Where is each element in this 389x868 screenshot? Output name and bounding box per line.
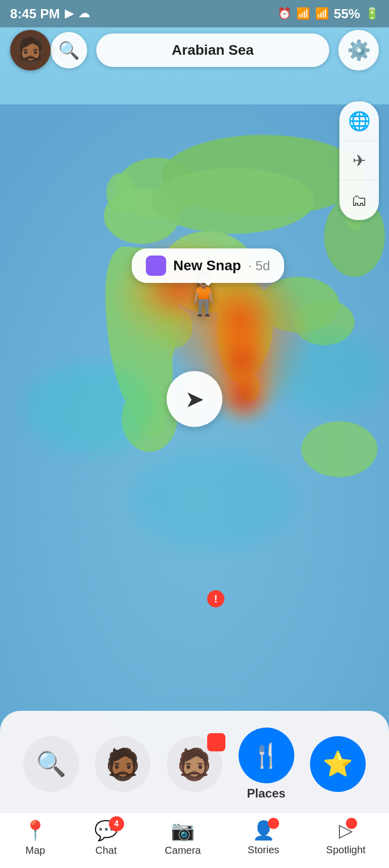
avatar1-icon: 🧔🏾 — [104, 746, 142, 782]
svg-point-23 — [25, 363, 157, 454]
svg-point-24 — [274, 333, 385, 414]
svg-point-6 — [152, 168, 314, 234]
snap-icon-box — [146, 256, 166, 276]
star-circle: ⭐ — [310, 736, 366, 792]
bottom-avatar1-button[interactable]: 🧔🏾 — [95, 736, 150, 792]
snap-time: · 5d — [248, 258, 270, 274]
spotlight-nav-label: Spotlight — [326, 844, 366, 856]
wifi-icon: 📶 — [296, 7, 310, 20]
nav-stories[interactable]: 👤 Stories — [248, 820, 279, 856]
location-pill[interactable]: Arabian Sea — [96, 33, 329, 67]
avatar2-icon: 🧔🏽 — [175, 746, 213, 782]
nav-map[interactable]: 📍 Map — [23, 819, 47, 856]
location-arrow-icon: ➤ — [185, 385, 205, 413]
battery-label: 55% — [334, 6, 360, 22]
svg-rect-0 — [0, 104, 389, 764]
avatar2-badge — [207, 733, 225, 751]
stories-nav-label: Stories — [248, 844, 279, 856]
globe-icon: 🌐 — [348, 111, 371, 132]
right-panel: 🌐 ✈ 🗂 — [339, 101, 379, 220]
svg-point-5 — [162, 135, 365, 216]
camera-nav-icon: 📷 — [171, 819, 194, 842]
camera-nav-label: Camera — [165, 845, 201, 856]
status-right: ⏰ 📶 📶 55% 🔋 — [278, 6, 379, 22]
search-icon: 🔍 — [58, 40, 80, 60]
chat-nav-label: Chat — [95, 845, 116, 856]
bottom-star-button[interactable]: ⭐ — [310, 736, 366, 792]
signal-icon: 📶 — [315, 7, 329, 20]
location-btn-container: ➤ ! — [167, 594, 222, 650]
location-button-wrap: ➤ ! — [167, 594, 222, 650]
youtube-icon: ▶ — [65, 7, 73, 20]
search-circle-icon: 🔍 — [36, 750, 66, 778]
avatar2-circle: 🧔🏽 — [167, 736, 222, 792]
settings-button[interactable]: ⚙️ — [338, 30, 379, 70]
nav-bar: 📍 Map 💬 4 Chat 📷 Camera 👤 Stories ▷ Spot… — [0, 812, 389, 868]
bottom-search-button[interactable]: 🔍 — [23, 736, 79, 792]
status-left: 8:45 PM ▶ ☁ — [10, 6, 90, 22]
avatar-button[interactable]: 🧔🏾 — [10, 30, 51, 70]
gear-icon: ⚙️ — [347, 39, 371, 61]
nav-spotlight[interactable]: ▷ Spotlight — [326, 820, 366, 856]
battery-icon: 🔋 — [365, 7, 379, 20]
map-nav-label: Map — [25, 845, 45, 856]
avatar1-circle: 🧔🏾 — [95, 736, 150, 792]
places-label: Places — [247, 786, 286, 801]
header: 🧔🏾 🔍 Arabian Sea ⚙️ — [0, 27, 389, 73]
nav-camera[interactable]: 📷 Camera — [165, 819, 201, 856]
chat-badge-count: 4 — [114, 819, 119, 828]
map-nav-icon: 📍 — [23, 820, 47, 841]
svg-point-8 — [258, 277, 339, 333]
places-icon: 🍴 — [252, 742, 281, 769]
svg-point-10 — [239, 373, 259, 402]
location-button[interactable]: ➤ — [167, 371, 222, 427]
snap-label: New Snap — [173, 258, 241, 274]
places-circle: 🍴 — [239, 728, 294, 783]
snap-tooltip[interactable]: New Snap · 5d — [132, 248, 284, 283]
status-time: 8:45 PM — [10, 6, 60, 22]
svg-point-9 — [294, 300, 355, 345]
location-text: Arabian Sea — [172, 42, 254, 58]
svg-point-4 — [106, 173, 135, 213]
nav-chat[interactable]: 💬 4 Chat — [94, 819, 118, 856]
location-badge-text: ! — [214, 593, 218, 605]
stories-dot — [268, 818, 279, 829]
location-badge: ! — [207, 590, 224, 607]
layers-icon: 🗂 — [351, 191, 367, 210]
status-bar: 8:45 PM ▶ ☁ ⏰ 📶 📶 55% 🔋 — [0, 0, 389, 27]
star-icon: ⭐ — [323, 750, 353, 778]
globe-button[interactable]: 🌐 — [339, 101, 379, 141]
search-circle: 🔍 — [23, 736, 79, 792]
alarm-icon: ⏰ — [278, 7, 291, 20]
satellite-icon: ✈ — [353, 151, 366, 170]
chat-badge: 4 — [109, 816, 124, 831]
layers-button[interactable]: 🗂 — [339, 180, 379, 220]
svg-point-16 — [301, 421, 377, 477]
svg-rect-1 — [0, 104, 389, 764]
satellite-button[interactable]: ✈ — [339, 141, 379, 180]
spotlight-dot — [346, 818, 357, 829]
bottom-places-button[interactable]: 🍴 Places — [239, 728, 294, 801]
svg-point-25 — [132, 449, 294, 551]
cloud-icon: ☁ — [79, 7, 90, 20]
bottom-panel: 🔍 🧔🏾 🧔🏽 🍴 Places ⭐ — [0, 711, 389, 812]
svg-point-3 — [104, 188, 180, 244]
bottom-avatar2-button[interactable]: 🧔🏽 — [167, 736, 222, 792]
svg-point-19 — [216, 366, 272, 426]
svg-point-2 — [116, 158, 198, 219]
search-button[interactable]: 🔍 — [51, 32, 87, 68]
avatar-bitmoji: 🧔🏾 — [15, 38, 46, 63]
